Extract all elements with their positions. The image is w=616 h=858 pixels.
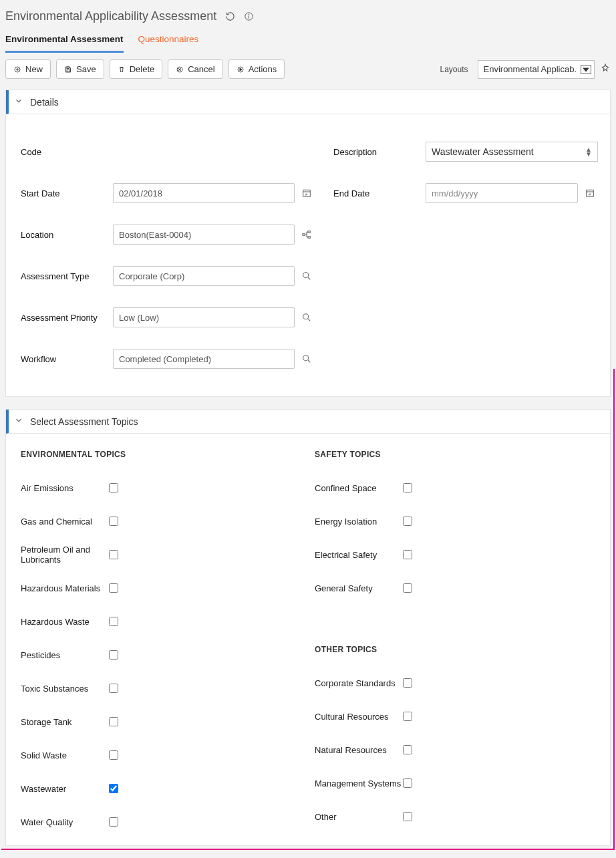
location-input[interactable] [113, 225, 295, 245]
page-title: Environmental Applicability Assessment [5, 9, 216, 23]
safety-topic-label: Confined Space [315, 483, 403, 493]
other-topics-heading: OTHER TOPICS [315, 645, 598, 666]
other-topic-row: Natural Resources [315, 733, 598, 766]
description-input[interactable]: Wastewater Assessment ▲▼ [426, 142, 598, 162]
actions-label: Actions [249, 64, 277, 74]
code-label: Code [21, 147, 109, 157]
safety-topic-checkbox[interactable] [403, 517, 412, 526]
chevron-down-icon [14, 96, 23, 108]
other-topic-checkbox[interactable] [403, 678, 412, 688]
safety-topics-heading: SAFETY TOPICS [315, 450, 598, 471]
svg-rect-7 [67, 69, 69, 72]
tab-questionnaires[interactable]: Questionnaires [138, 34, 199, 53]
svg-text:#: # [589, 192, 591, 196]
env-topic-row: Water Quality [21, 805, 315, 839]
safety-topic-label: General Safety [315, 583, 403, 593]
new-button[interactable]: New [5, 59, 51, 79]
safety-topic-checkbox[interactable] [403, 583, 412, 593]
other-topic-row: Cultural Resources [315, 700, 598, 733]
other-topic-label: Natural Resources [315, 745, 403, 755]
svg-rect-20 [303, 234, 305, 236]
calendar-icon[interactable]: # [299, 188, 315, 198]
location-label: Location [21, 230, 109, 240]
pin-icon[interactable] [600, 63, 611, 76]
tab-environmental-assessment[interactable]: Environmental Assessment [5, 34, 124, 53]
env-topic-checkbox[interactable] [109, 617, 118, 626]
cancel-button[interactable]: Cancel [168, 59, 222, 79]
details-title: Details [30, 97, 59, 108]
svg-rect-21 [308, 231, 310, 233]
svg-line-26 [308, 319, 310, 321]
safety-topic-checkbox[interactable] [403, 550, 412, 559]
layouts-label: Layouts [440, 65, 468, 74]
delete-button[interactable]: Delete [110, 59, 163, 79]
right-topics-column: SAFETY TOPICS Confined SpaceEnergy Isola… [315, 450, 598, 839]
other-topic-checkbox[interactable] [403, 712, 412, 721]
other-topic-checkbox[interactable] [403, 812, 412, 821]
new-label: New [25, 64, 43, 74]
other-topic-checkbox[interactable] [403, 745, 412, 754]
assessment-type-input[interactable] [113, 266, 295, 286]
env-topic-checkbox[interactable] [109, 684, 118, 693]
cancel-label: Cancel [188, 64, 214, 74]
refresh-icon[interactable] [224, 11, 236, 22]
hierarchy-icon[interactable] [299, 229, 315, 240]
actions-button[interactable]: Actions [228, 59, 285, 79]
env-topic-label: Wastewater [21, 784, 109, 794]
env-topic-label: Air Emissions [21, 483, 109, 493]
search-icon[interactable] [299, 312, 315, 323]
env-topic-label: Water Quality [21, 817, 109, 827]
other-topic-row: Corporate Standards [315, 666, 598, 700]
safety-topic-row: General Safety [315, 571, 598, 605]
description-label: Description [333, 147, 422, 157]
svg-line-28 [308, 360, 310, 362]
other-topic-row: Management Systems [315, 766, 598, 800]
env-topics-column: ENVIRONMENTAL TOPICS Air EmissionsGas an… [21, 450, 315, 839]
env-topic-checkbox[interactable] [109, 784, 118, 793]
layout-select[interactable]: Environmental Applicab. [478, 60, 595, 79]
env-topic-row: Gas and Chemical [21, 505, 315, 538]
env-topics-heading: ENVIRONMENTAL TOPICS [21, 450, 315, 471]
start-date-label: Start Date [21, 188, 109, 198]
env-topic-checkbox[interactable] [109, 550, 118, 559]
assessment-priority-input[interactable] [113, 307, 295, 327]
workflow-input[interactable] [113, 349, 295, 369]
env-topic-checkbox[interactable] [109, 817, 118, 827]
env-topic-checkbox[interactable] [109, 583, 118, 593]
start-date-input[interactable] [113, 183, 295, 203]
assessment-priority-label: Assessment Priority [21, 313, 109, 323]
end-date-input[interactable] [426, 183, 578, 203]
safety-topic-row: Confined Space [315, 471, 598, 505]
env-topic-checkbox[interactable] [109, 517, 118, 526]
other-topic-label: Management Systems [315, 778, 403, 789]
safety-topic-checkbox[interactable] [403, 483, 412, 492]
svg-point-23 [303, 273, 309, 278]
env-topic-label: Petroleum Oil and Lubricants [21, 545, 109, 565]
env-topic-row: Petroleum Oil and Lubricants [21, 538, 315, 571]
save-button[interactable]: Save [56, 59, 104, 79]
safety-topic-row: Energy Isolation [315, 505, 598, 538]
chevron-down-icon [581, 65, 591, 74]
env-topic-label: Hazardous Waste [21, 617, 109, 627]
other-topic-row: Other [315, 800, 598, 833]
svg-rect-6 [67, 67, 69, 69]
search-icon[interactable] [299, 271, 315, 281]
search-icon[interactable] [299, 353, 315, 364]
env-topic-row: Hazardous Waste [21, 605, 315, 638]
workflow-label: Workflow [21, 354, 109, 364]
env-topic-row: Storage Tank [21, 705, 315, 738]
env-topic-checkbox[interactable] [109, 483, 118, 492]
env-topic-checkbox[interactable] [109, 750, 118, 760]
details-header[interactable]: Details [6, 90, 610, 114]
other-topic-label: Cultural Resources [315, 712, 403, 722]
env-topic-row: Pesticides [21, 638, 315, 672]
env-topic-checkbox[interactable] [109, 717, 118, 726]
env-topic-row: Solid Waste [21, 738, 315, 772]
env-topic-checkbox[interactable] [109, 650, 118, 660]
other-topic-checkbox[interactable] [403, 778, 412, 788]
stepper-icon[interactable]: ▲▼ [585, 147, 592, 156]
topics-header[interactable]: Select Assessment Topics [6, 410, 610, 434]
calendar-icon[interactable]: # [582, 188, 598, 198]
info-icon[interactable] [244, 11, 254, 21]
safety-topic-label: Energy Isolation [315, 517, 403, 527]
